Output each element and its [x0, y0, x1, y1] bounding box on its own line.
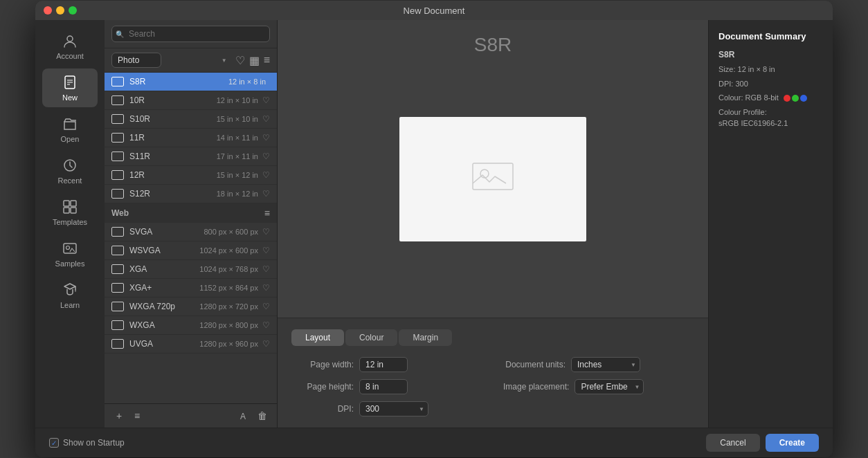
item-favorite-icon[interactable]: ♡: [262, 320, 270, 330]
sidebar-item-account[interactable]: Account: [42, 27, 98, 66]
page-height-label: Page height:: [291, 382, 354, 392]
item-favorite-icon[interactable]: ♡: [262, 227, 270, 237]
page-height-row: Page height:: [291, 379, 482, 394]
item-favorite-icon[interactable]: ♡: [262, 283, 270, 293]
summary-dpi-label: DPI:: [718, 80, 733, 88]
svg-point-11: [66, 246, 70, 250]
open-label: Open: [61, 135, 80, 143]
tabs-row: Layout Colour Margin: [291, 329, 694, 346]
list-view-icon[interactable]: ≡: [264, 54, 270, 67]
list-item[interactable]: WXGA 720p 1280 px × 720 px ♡: [105, 297, 277, 316]
item-favorite-icon[interactable]: ♡: [262, 339, 270, 349]
search-input[interactable]: [111, 26, 270, 42]
item-icon: [111, 189, 124, 199]
item-favorite-icon[interactable]: ♡: [262, 264, 270, 274]
document-units-select[interactable]: Inches Centimeters Pixels Millimeters: [571, 357, 640, 372]
tab-margin[interactable]: Margin: [399, 329, 452, 346]
list-item[interactable]: WXGA 1280 px × 800 px ♡: [105, 316, 277, 335]
page-height-input[interactable]: [359, 379, 408, 394]
item-icon: [111, 227, 124, 237]
item-size: 1280 px × 800 px: [199, 321, 258, 329]
list-item[interactable]: S10R 15 in × 10 in ♡: [105, 110, 277, 129]
item-icon: [111, 95, 124, 105]
close-button[interactable]: [44, 6, 52, 15]
item-favorite-icon[interactable]: ♡: [262, 170, 270, 180]
cancel-button[interactable]: Cancel: [706, 434, 759, 452]
svg-point-0: [67, 36, 73, 42]
panel-list: Photo Web Print Custom ♡ ▦ ≡ S8R: [105, 20, 278, 428]
document-units-select-wrap: Inches Centimeters Pixels Millimeters: [571, 357, 640, 372]
sidebar-item-learn[interactable]: Learn: [42, 276, 98, 315]
main-window: New Document Account: [35, 1, 833, 457]
tab-layout[interactable]: Layout: [291, 329, 344, 346]
item-size: 800 px × 600 px: [204, 228, 258, 236]
list-item[interactable]: 11R 14 in × 11 in ♡: [105, 129, 277, 147]
items-list: S8R 12 in × 8 in 10R 12 in × 10 in ♡ S10…: [105, 73, 277, 403]
filter-icons: ♡ ▦ ≡: [235, 54, 270, 67]
color-dots: [784, 95, 807, 102]
delete-button[interactable]: 🗑: [255, 408, 270, 423]
add-item-button[interactable]: +: [111, 408, 127, 423]
item-name: SVGA: [129, 227, 204, 237]
preview-placeholder-icon: [472, 163, 514, 196]
item-favorite-icon[interactable]: ♡: [262, 189, 270, 199]
search-bar: [105, 20, 277, 48]
item-size: 12 in × 10 in: [217, 96, 258, 104]
list-options-button[interactable]: ≡: [129, 408, 145, 423]
sidebar-item-samples[interactable]: Samples: [42, 235, 98, 273]
item-favorite-icon[interactable]: ♡: [262, 133, 270, 143]
list-item[interactable]: XGA 1024 px × 768 px ♡: [105, 260, 277, 279]
list-item[interactable]: WSVGA 1024 px × 600 px ♡: [105, 241, 277, 260]
search-wrap: [111, 26, 270, 42]
dpi-select-wrap: 300 72 96 150: [359, 401, 428, 416]
page-width-input[interactable]: [359, 357, 408, 372]
item-favorite-icon[interactable]: ♡: [262, 152, 270, 161]
show-startup-label: Show on Startup: [63, 438, 125, 448]
summary-colour-profile-value: sRGB IEC61966-2.1: [718, 119, 788, 127]
recent-label: Recent: [58, 176, 82, 185]
summary-dpi-row: DPI: 300: [718, 78, 823, 90]
dpi-row: DPI: 300 72 96 150: [291, 401, 482, 416]
tab-colour[interactable]: Colour: [345, 329, 397, 346]
list-item[interactable]: SVGA 800 px × 600 px ♡: [105, 223, 277, 241]
list-item[interactable]: 10R 12 in × 10 in ♡: [105, 91, 277, 110]
maximize-button[interactable]: [69, 6, 77, 15]
sidebar-item-templates[interactable]: Templates: [42, 193, 98, 232]
sidebar-item-open[interactable]: Open: [42, 110, 98, 149]
item-favorite-icon[interactable]: ♡: [262, 95, 270, 105]
svg-rect-7: [71, 201, 76, 206]
font-button[interactable]: A: [237, 408, 252, 423]
dpi-select[interactable]: 300 72 96 150: [359, 401, 428, 416]
preview-area: S8R: [278, 20, 708, 318]
item-favorite-icon[interactable]: ♡: [262, 302, 270, 311]
item-name: S8R: [129, 77, 228, 86]
list-item[interactable]: UVGA 1280 px × 960 px ♡: [105, 335, 277, 354]
heart-filter-icon[interactable]: ♡: [235, 54, 245, 67]
learn-label: Learn: [60, 301, 80, 309]
settings-grid: Page width: Document units: Inches Centi…: [291, 357, 694, 416]
show-startup-checkbox-wrap[interactable]: ✓ Show on Startup: [49, 438, 125, 448]
list-item[interactable]: 12R 15 in × 12 in ♡: [105, 166, 277, 185]
page-width-row: Page width:: [291, 357, 482, 372]
sidebar-item-new[interactable]: New: [42, 68, 98, 107]
svg-text:A: A: [240, 412, 246, 421]
document-title: S8R: [474, 34, 512, 56]
image-placement-select[interactable]: Prefer Embedded Prefer Linked: [575, 379, 644, 394]
create-button[interactable]: Create: [766, 434, 819, 452]
item-icon: [111, 77, 124, 86]
dpi-label: DPI:: [291, 404, 354, 414]
grid-view-icon[interactable]: ▦: [249, 54, 260, 67]
item-favorite-icon[interactable]: ♡: [262, 246, 270, 255]
list-item[interactable]: S8R 12 in × 8 in: [105, 73, 277, 91]
minimize-button[interactable]: [56, 6, 64, 15]
section-menu-icon[interactable]: ≡: [264, 208, 270, 219]
samples-icon: [62, 240, 78, 257]
item-favorite-icon[interactable]: ♡: [262, 114, 270, 124]
list-item[interactable]: S12R 18 in × 12 in ♡: [105, 185, 277, 203]
sidebar-item-recent[interactable]: Recent: [42, 152, 98, 190]
new-icon: [62, 74, 78, 91]
category-select[interactable]: Photo Web Print Custom: [111, 53, 161, 68]
list-item[interactable]: S11R 17 in × 11 in ♡: [105, 147, 277, 166]
show-startup-checkbox[interactable]: ✓: [49, 438, 59, 448]
list-item[interactable]: XGA+ 1152 px × 864 px ♡: [105, 279, 277, 297]
